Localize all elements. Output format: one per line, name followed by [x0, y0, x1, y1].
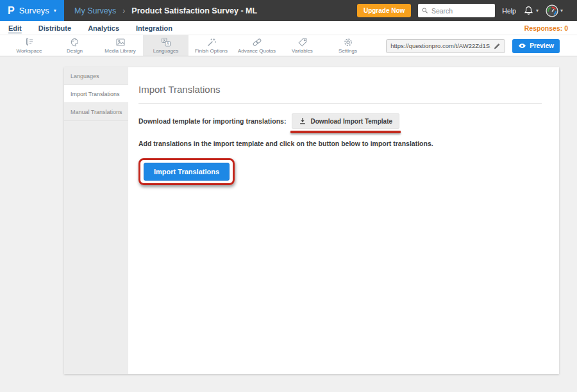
title-divider	[138, 103, 542, 104]
upgrade-now-button[interactable]: Upgrade Now	[357, 4, 411, 17]
breadcrumb: My Surveys › Product Satisfaction Survey…	[74, 6, 257, 15]
download-icon	[299, 117, 306, 125]
languages-icon: A	[161, 37, 171, 47]
notifications-menu[interactable]: ▾	[523, 5, 539, 16]
preview-button[interactable]: Preview	[512, 39, 560, 53]
download-template-label: Download template for importing translat…	[138, 117, 286, 125]
content-area: Languages Import Translations Manual Tra…	[0, 56, 577, 392]
toolbar-item-settings[interactable]: Settings	[325, 35, 371, 56]
global-search-box[interactable]	[418, 4, 495, 17]
help-link[interactable]: Help	[502, 7, 516, 15]
search-icon	[422, 7, 428, 14]
download-import-template-button[interactable]: Download Import Template	[292, 113, 399, 129]
breadcrumb-current-survey: Product Satisfaction Survey - ML	[131, 6, 257, 15]
toolbar-right-tools: Preview	[386, 35, 560, 56]
import-button-zone: Import Translations	[138, 158, 542, 185]
sidebar-item-import-translations[interactable]: Import Translations	[64, 85, 128, 103]
edit-toolbar: Workspace Design Media Library A Languag…	[0, 35, 577, 56]
page-title: Import Translations	[138, 84, 542, 95]
toolbar-item-media-library[interactable]: Media Library	[97, 35, 143, 56]
toolbar-item-label: Settings	[339, 48, 357, 54]
account-menu[interactable]: ▾	[546, 4, 563, 17]
pencil-edit-icon	[493, 42, 501, 50]
toolbar-item-label: Advance Quotas	[238, 48, 276, 54]
import-translations-pane: Import Translations Download template fo…	[128, 67, 559, 374]
design-palette-icon	[70, 37, 80, 47]
tab-edit[interactable]: Edit	[8, 24, 22, 32]
tab-analytics[interactable]: Analytics	[88, 24, 119, 32]
download-import-template-label: Download Import Template	[310, 118, 392, 125]
toolbar-item-label: Design	[67, 48, 83, 54]
top-bar: P Surveys ▾ My Surveys › Product Satisfa…	[0, 0, 577, 21]
variables-tag-icon	[297, 37, 308, 47]
annotation-red-highlight-box: Import Translations	[138, 158, 235, 185]
languages-panel: Languages Import Translations Manual Tra…	[64, 67, 559, 374]
import-translations-button[interactable]: Import Translations	[144, 163, 230, 181]
preview-button-label: Preview	[530, 42, 554, 49]
advance-quotas-chain-icon	[252, 37, 262, 47]
top-bar-actions: Upgrade Now Help ▾ ▾	[357, 4, 577, 17]
product-switcher[interactable]: P Surveys ▾	[0, 0, 64, 21]
product-switcher-label: Surveys	[19, 6, 49, 15]
chevron-down-icon: ▾	[54, 8, 56, 13]
tab-distribute[interactable]: Distribute	[38, 24, 71, 32]
breadcrumb-separator-icon: ›	[122, 6, 125, 15]
sidebar-item-manual-translations[interactable]: Manual Translations	[64, 103, 128, 121]
toolbar-item-label: Workspace	[17, 48, 42, 54]
toolbar-item-label: Variables	[292, 48, 313, 54]
media-library-icon	[115, 37, 126, 47]
toolbar-item-finish-options[interactable]: Finish Options	[188, 35, 234, 56]
questionpro-logo: P	[8, 6, 15, 16]
languages-sidebar: Languages Import Translations Manual Tra…	[64, 67, 128, 374]
finish-options-wand-icon	[206, 37, 217, 47]
chevron-down-icon: ▾	[536, 8, 539, 13]
toolbar-item-workspace[interactable]: Workspace	[6, 35, 52, 56]
search-input[interactable]	[431, 7, 491, 15]
responses-count[interactable]: Responses: 0	[524, 24, 577, 32]
toolbar-item-design[interactable]: Design	[52, 35, 97, 56]
toolbar-item-label: Finish Options	[195, 48, 228, 54]
download-template-row: Download template for importing translat…	[138, 113, 542, 129]
toolbar-item-label: Languages	[153, 48, 179, 54]
svg-text:A: A	[166, 42, 169, 45]
toolbar-item-variables[interactable]: Variables	[280, 35, 325, 56]
toolbar-item-advance-quotas[interactable]: Advance Quotas	[234, 35, 280, 56]
eye-preview-icon	[518, 43, 526, 49]
annotation-red-underline	[290, 131, 401, 133]
import-instruction-text: Add translations in the import template …	[138, 140, 542, 147]
survey-url-box	[386, 39, 505, 53]
sidebar-item-languages[interactable]: Languages	[64, 67, 128, 85]
edit-url-button[interactable]	[493, 42, 501, 50]
workspace-icon	[24, 37, 35, 47]
survey-url-input[interactable]	[390, 42, 490, 49]
chevron-down-icon: ▾	[560, 8, 563, 13]
breadcrumb-my-surveys[interactable]: My Surveys	[74, 6, 116, 15]
tab-integration[interactable]: Integration	[136, 24, 172, 32]
survey-nav: Edit Distribute Analytics Integration Re…	[0, 21, 577, 35]
toolbar-item-label: Media Library	[105, 48, 135, 54]
toolbar-item-languages[interactable]: A Languages	[143, 35, 188, 56]
settings-gear-icon	[343, 37, 353, 47]
notifications-bell-icon	[523, 5, 534, 16]
user-avatar	[546, 4, 558, 17]
